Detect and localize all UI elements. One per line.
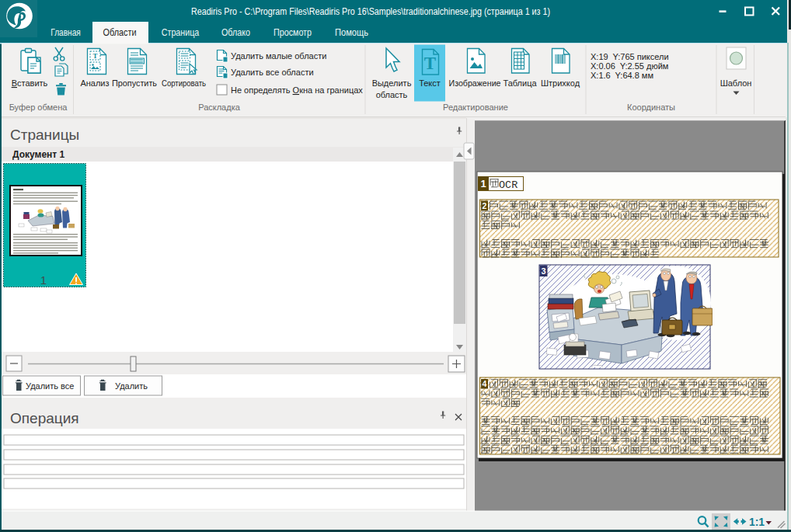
svg-text:Облако: Облако	[221, 26, 250, 38]
svg-text:Главная: Главная	[51, 26, 81, 38]
svg-text:Раскладка: Раскладка	[198, 103, 241, 112]
svg-text:Вставить: Вставить	[12, 78, 48, 88]
svg-text:Сортировать: Сортировать	[162, 78, 206, 88]
svg-text:Выделить: Выделить	[372, 78, 412, 88]
svg-text:X:0.06 Y:2.55 дюйм: X:0.06 Y:2.55 дюйм	[591, 61, 668, 71]
svg-text:Удалить малые области: Удалить малые области	[231, 51, 326, 61]
svg-text:Анализ: Анализ	[80, 78, 109, 88]
svg-text:Не определять Окна на границах: Не определять Окна на границах	[231, 85, 363, 95]
svg-text:1: 1	[40, 273, 47, 287]
svg-text:X:19 Y:765 пиксели: X:19 Y:765 пиксели	[591, 52, 669, 61]
svg-text:Пропустить: Пропустить	[112, 78, 157, 88]
svg-text:1:1: 1:1	[749, 515, 765, 528]
svg-text:3: 3	[541, 266, 545, 276]
svg-text:Удалить: Удалить	[115, 381, 148, 391]
svg-text:Удалить все области: Удалить все области	[231, 68, 314, 77]
svg-text:Помощь: Помощь	[335, 26, 368, 38]
svg-text:T: T	[92, 52, 97, 60]
svg-text:Удалить все: Удалить все	[26, 381, 74, 391]
svg-text:Страницы: Страницы	[10, 127, 79, 143]
svg-text:область: область	[376, 90, 408, 99]
svg-text:T: T	[424, 54, 436, 73]
svg-text:2: 2	[483, 201, 487, 210]
svg-text:Области: Области	[103, 26, 137, 38]
svg-text:X:1.6 Y:64.8 мм: X:1.6 Y:64.8 мм	[591, 71, 653, 80]
svg-text:Документ 1: Документ 1	[12, 149, 65, 160]
svg-text:Страница: Страница	[162, 26, 200, 38]
svg-text:Таблица: Таблица	[503, 78, 537, 88]
svg-text:Координаты: Координаты	[627, 103, 675, 112]
svg-text:Шаблон: Шаблон	[720, 78, 752, 88]
svg-text:Текст: Текст	[419, 78, 441, 88]
svg-text:Штрихкод: Штрихкод	[541, 78, 580, 88]
svg-text:Буфер обмена: Буфер обмена	[9, 103, 68, 112]
svg-text:Просмотр: Просмотр	[274, 26, 312, 38]
svg-text:OCR: OCR	[499, 179, 517, 191]
svg-text:Readiris Pro - C:\Program File: Readiris Pro - C:\Program Files\Readiris…	[191, 6, 550, 17]
svg-text:Редактирование: Редактирование	[443, 103, 508, 112]
svg-text:1: 1	[480, 178, 486, 190]
svg-text:4: 4	[483, 379, 487, 388]
svg-text:Изображение: Изображение	[449, 78, 501, 88]
svg-text:Операция: Операция	[10, 410, 79, 426]
